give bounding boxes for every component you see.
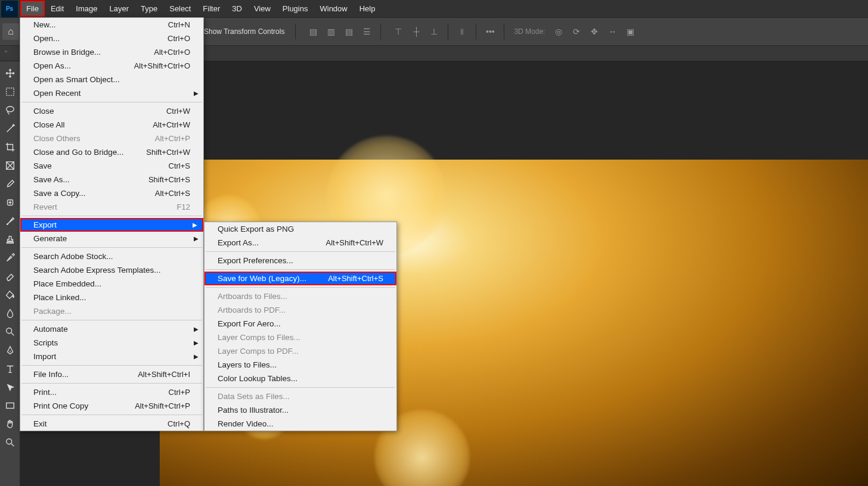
menu-select[interactable]: Select (163, 1, 197, 17)
file_menu-item[interactable]: Export▶ (20, 218, 203, 232)
menu-window[interactable]: Window (314, 1, 353, 17)
marquee-tool-icon[interactable] (2, 83, 18, 100)
export_menu-item[interactable]: Export Preferences... (204, 254, 396, 267)
align-hcenter-icon[interactable]: ▥ (323, 24, 339, 39)
align-top-icon[interactable]: ⊤ (390, 24, 406, 39)
file_menu-item[interactable]: Open...Ctrl+O (20, 32, 203, 45)
file_menu-item[interactable]: Print One CopyAlt+Shift+Ctrl+P (20, 399, 203, 413)
more-icon[interactable]: ••• (482, 24, 498, 39)
eraser-tool-icon[interactable] (2, 268, 18, 285)
app-logo-icon: Ps (1, 1, 18, 17)
svg-point-4 (6, 328, 11, 334)
brush-tool-icon[interactable] (2, 213, 18, 229)
history-tool-icon[interactable] (2, 250, 18, 266)
file_menu-item: RevertF12 (20, 200, 203, 214)
file_menu-item[interactable]: Automate▶ (20, 322, 203, 336)
lasso-tool-icon[interactable] (2, 102, 18, 119)
file_menu-item[interactable]: SaveCtrl+S (20, 159, 203, 173)
pen-tool-icon[interactable] (2, 342, 18, 359)
file_menu-item[interactable]: Close AllAlt+Ctrl+W (20, 118, 203, 132)
3d-pan-icon[interactable]: ✥ (587, 24, 602, 39)
align-vcenter-icon[interactable]: ┼ (408, 24, 424, 39)
menu-item-shortcut: Alt+Ctrl+O (154, 48, 190, 57)
file_menu-item[interactable]: New...Ctrl+N (20, 18, 203, 32)
file_menu-item[interactable]: Search Adobe Express Templates... (20, 263, 203, 277)
move-tool-icon[interactable] (2, 65, 18, 82)
export_menu-item[interactable]: Quick Export as PNG (204, 222, 396, 236)
distribute-icon[interactable]: ⦀ (454, 24, 470, 39)
file_menu-item[interactable]: Scripts▶ (20, 336, 203, 350)
menu-item-label: Place Embedded... (33, 279, 101, 288)
crop-tool-icon[interactable] (2, 139, 18, 155)
file_menu-item[interactable]: Open As...Alt+Shift+Ctrl+O (20, 59, 203, 73)
menu-file[interactable]: File (20, 1, 45, 17)
export_menu-item[interactable]: Export As...Alt+Shift+Ctrl+W (204, 236, 396, 250)
menu-edit[interactable]: Edit (45, 1, 70, 17)
file_menu-item[interactable]: Browse in Bridge...Alt+Ctrl+O (20, 45, 203, 59)
menu-3d[interactable]: 3D (226, 1, 248, 17)
3d-camera-icon[interactable]: ▣ (622, 24, 638, 39)
file_menu-item[interactable]: File Info...Alt+Shift+Ctrl+I (20, 367, 203, 381)
file_menu-item[interactable]: Import▶ (20, 350, 203, 363)
bucket-tool-icon[interactable] (2, 286, 18, 303)
home-icon[interactable]: ⌂ (2, 23, 19, 40)
menu-item-shortcut: Ctrl+O (168, 34, 190, 43)
file_menu-item[interactable]: Close and Go to Bridge...Shift+Ctrl+W (20, 145, 203, 159)
blur-tool-icon[interactable] (2, 305, 18, 322)
menu-help[interactable]: Help (354, 1, 382, 17)
3d-orbit-icon[interactable]: ◎ (551, 24, 566, 39)
menu-item-shortcut: Alt+Ctrl+W (153, 120, 190, 129)
wand-tool-icon[interactable] (2, 120, 18, 137)
3d-roll-icon[interactable]: ⟳ (569, 24, 584, 39)
panel-tab-icon[interactable]: » (0, 46, 12, 57)
file_menu-item[interactable]: Save As...Shift+Ctrl+S (20, 173, 203, 186)
menu-item-label: Generate (33, 234, 67, 243)
file_menu-item[interactable]: ExitCtrl+Q (20, 417, 203, 431)
menu-separator (21, 247, 202, 248)
menu-type[interactable]: Type (135, 1, 163, 17)
export_menu-item[interactable]: Save for Web (Legacy)...Alt+Shift+Ctrl+S (204, 272, 396, 285)
menu-image[interactable]: Image (70, 1, 103, 17)
align-bottom-icon[interactable]: ⊥ (426, 24, 442, 39)
menu-filter[interactable]: Filter (197, 1, 226, 17)
separator (476, 24, 476, 39)
export_menu-item[interactable]: Export For Aero... (204, 317, 396, 331)
file_menu-item[interactable]: CloseCtrl+W (20, 104, 203, 118)
rect-tool-icon[interactable] (2, 397, 18, 414)
frame-tool-icon[interactable] (2, 157, 18, 174)
hand-tool-icon[interactable] (2, 416, 18, 432)
menu-layer[interactable]: Layer (104, 1, 135, 17)
file_menu-item[interactable]: Place Embedded... (20, 277, 203, 291)
export_menu-item[interactable]: Render Video... (204, 417, 396, 431)
type-tool-icon[interactable] (2, 360, 18, 377)
file_menu-item[interactable]: Place Linked... (20, 291, 203, 304)
export_menu-item[interactable]: Color Lookup Tables... (204, 372, 396, 385)
export_menu-item[interactable]: Layers to Files... (204, 358, 396, 372)
dodge-tool-icon[interactable] (2, 323, 18, 340)
file_menu-item[interactable]: Generate▶ (20, 232, 203, 245)
menu-view[interactable]: View (248, 1, 277, 17)
zoom-tool-icon[interactable] (2, 434, 18, 451)
path-tool-icon[interactable] (2, 379, 18, 395)
menu-item-label: Save a Copy... (33, 189, 86, 198)
menu-plugins[interactable]: Plugins (277, 1, 314, 17)
align-right-icon[interactable]: ▤ (341, 24, 356, 39)
menu-item-shortcut: Ctrl+S (169, 161, 190, 170)
menu-item-shortcut: Ctrl+W (166, 107, 190, 116)
file_menu-item[interactable]: Search Adobe Stock... (20, 250, 203, 263)
menu-item-shortcut: Alt+Shift+Ctrl+S (328, 274, 383, 283)
align-left-icon[interactable]: ▤ (305, 24, 321, 39)
menu-separator (21, 102, 202, 102)
3d-slide-icon[interactable]: ↔ (604, 24, 620, 39)
file_menu-item[interactable]: Open Recent▶ (20, 86, 203, 100)
stamp-tool-icon[interactable] (2, 231, 18, 248)
chevron-right-icon: ▶ (194, 90, 199, 96)
file_menu-item[interactable]: Save a Copy...Alt+Ctrl+S (20, 186, 203, 200)
heal-tool-icon[interactable] (2, 194, 18, 211)
export_menu-item[interactable]: Paths to Illustrator... (204, 403, 396, 417)
file_menu-item[interactable]: Print...Ctrl+P (20, 385, 203, 399)
menu-item-shortcut: Shift+Ctrl+W (146, 148, 190, 157)
eyedrop-tool-icon[interactable] (2, 176, 18, 192)
file_menu-item[interactable]: Open as Smart Object... (20, 73, 203, 86)
align-stretch-icon[interactable]: ☰ (359, 24, 374, 39)
